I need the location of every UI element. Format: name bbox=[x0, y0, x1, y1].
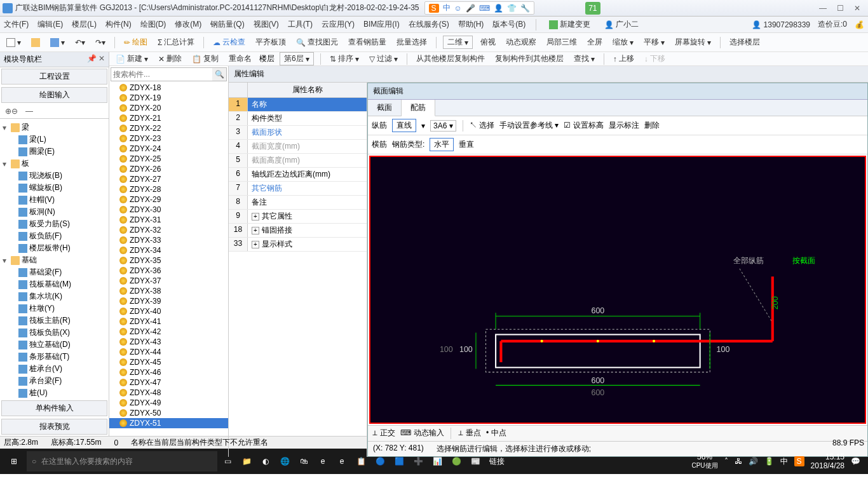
list-item[interactable]: ZDYX-19 bbox=[109, 93, 228, 103]
menu-file[interactable]: 文件(F) bbox=[4, 19, 29, 30]
list-item[interactable]: ZDYX-35 bbox=[109, 255, 228, 266]
move-down-button[interactable]: ↓下移 bbox=[642, 52, 668, 65]
move-up-button[interactable]: ↑上移 bbox=[611, 52, 637, 65]
tree-item[interactable]: 板洞(N) bbox=[1, 206, 107, 218]
show-dim-button[interactable]: 显示标注 bbox=[609, 120, 639, 131]
ortho-button[interactable]: ⊥ 正交 bbox=[372, 428, 395, 438]
new-change-button[interactable]: 新建变更 bbox=[546, 18, 593, 31]
store-icon[interactable]: 🛍 bbox=[295, 451, 313, 471]
app-icon-4[interactable]: 🟦 bbox=[390, 451, 408, 471]
ime-lang[interactable]: 中 bbox=[443, 3, 451, 13]
list-item[interactable]: ZDYX-38 bbox=[109, 286, 228, 296]
menu-version[interactable]: 版本号(B) bbox=[492, 19, 526, 30]
dyn-input-button[interactable]: ⌨ 动态输入 bbox=[400, 428, 444, 438]
menu-tools[interactable]: 工具(T) bbox=[288, 19, 313, 30]
tree-item[interactable]: 圈梁(E) bbox=[1, 146, 107, 158]
list-item[interactable]: ZDYX-41 bbox=[109, 316, 228, 327]
property-row[interactable]: 3截面形状 bbox=[229, 126, 367, 140]
copy-to-button[interactable]: 复制构件到其他楼层 bbox=[492, 52, 566, 65]
list-item[interactable]: ZDYX-43 bbox=[109, 337, 228, 347]
pin-icon[interactable]: 📌 ✕ bbox=[87, 54, 105, 65]
property-row[interactable]: 7其它钢筋 bbox=[229, 182, 367, 196]
edge-icon[interactable]: 🌐 bbox=[276, 451, 294, 471]
menu-bim[interactable]: BIM应用(I) bbox=[363, 19, 400, 30]
tree-item[interactable]: ▾板 bbox=[1, 158, 107, 170]
list-item[interactable]: ZDYX-23 bbox=[109, 133, 228, 144]
property-row[interactable]: 6轴线距左边线距离(mm) bbox=[229, 168, 367, 182]
list-item[interactable]: ZDYX-50 bbox=[109, 408, 228, 418]
property-row[interactable]: 4截面宽度(mm) bbox=[229, 140, 367, 154]
edge2-icon[interactable]: e bbox=[314, 451, 332, 471]
find-elem-button[interactable]: 🔍 查找图元 bbox=[294, 36, 341, 49]
find-comp-button[interactable]: 查找 ▾ bbox=[571, 52, 597, 65]
top-view-button[interactable]: 俯视 bbox=[478, 36, 498, 49]
menu-edit[interactable]: 编辑(E) bbox=[37, 19, 63, 30]
list-item[interactable]: ZDYX-42 bbox=[109, 327, 228, 337]
orbit-button[interactable]: 动态观察 bbox=[503, 36, 539, 49]
list-item[interactable]: ZDYX-26 bbox=[109, 164, 228, 174]
cpu-meter[interactable]: 56%CPU使用 bbox=[691, 453, 717, 470]
tree-item[interactable]: 梁(L) bbox=[1, 133, 107, 146]
delete-button[interactable]: ✕删除 bbox=[156, 52, 184, 65]
list-item[interactable]: ZDYX-31 bbox=[109, 215, 228, 225]
tree-item[interactable]: 楼层板带(H) bbox=[1, 242, 107, 254]
select-floor-button[interactable]: 选择楼层 bbox=[727, 36, 763, 49]
menu-floor[interactable]: 楼层(L) bbox=[72, 19, 97, 30]
list-item[interactable]: ZDYX-48 bbox=[109, 388, 228, 398]
sort-button[interactable]: ⇅排序 ▾ bbox=[327, 52, 362, 65]
list-item[interactable]: ZDYX-30 bbox=[109, 205, 228, 215]
report-preview-button[interactable]: 报表预览 bbox=[1, 419, 107, 435]
sogou-tray-icon[interactable]: S bbox=[794, 456, 804, 466]
tree-item[interactable]: 基础梁(F) bbox=[1, 266, 107, 278]
vert-button[interactable]: 垂直 bbox=[459, 139, 474, 150]
menu-draw[interactable]: 绘图(D) bbox=[140, 19, 166, 30]
tree-item[interactable]: 现浇板(B) bbox=[1, 170, 107, 182]
maximize-button[interactable]: ☐ bbox=[837, 4, 844, 13]
list-item[interactable]: ZDYX-46 bbox=[109, 367, 228, 377]
badge-71[interactable]: 71 bbox=[585, 2, 600, 15]
list-item[interactable]: ZDYX-27 bbox=[109, 174, 228, 184]
list-item[interactable]: ZDYX-29 bbox=[109, 194, 228, 205]
list-item[interactable]: ZDYX-20 bbox=[109, 103, 228, 113]
tree-item[interactable]: 柱帽(V) bbox=[1, 194, 107, 206]
tree-item[interactable]: 桩(U) bbox=[1, 387, 107, 399]
line-type-select[interactable]: 直线 bbox=[392, 119, 416, 132]
nav-tab-2[interactable]: — bbox=[22, 105, 37, 117]
sum-button[interactable]: Σ 汇总计算 bbox=[155, 36, 197, 49]
list-item[interactable]: ZDYX-24 bbox=[109, 144, 228, 154]
property-row[interactable]: 2构件类型 bbox=[229, 112, 367, 126]
network-icon[interactable]: 🖧 bbox=[735, 457, 742, 466]
new-file-button[interactable]: ▾ bbox=[4, 37, 24, 48]
ie-icon[interactable]: e bbox=[333, 451, 351, 471]
tab-section[interactable]: 截面 bbox=[368, 100, 402, 116]
explorer-icon[interactable]: 📁 bbox=[238, 451, 255, 471]
rename-button[interactable]: 重命名 bbox=[226, 52, 254, 65]
menu-view[interactable]: 视图(V) bbox=[254, 19, 279, 30]
app-icon-5[interactable]: ➕ bbox=[409, 451, 427, 471]
redo-button[interactable]: ↷▾ bbox=[93, 37, 108, 48]
app-icon-7[interactable]: 🟢 bbox=[447, 451, 465, 471]
tree-item[interactable]: 板受力筋(S) bbox=[1, 218, 107, 230]
tree-item[interactable]: 板负筋(F) bbox=[1, 230, 107, 242]
property-row[interactable]: 5截面高度(mm) bbox=[229, 154, 367, 168]
ime-tray[interactable]: 中 bbox=[780, 456, 788, 467]
link-label[interactable]: 链接 bbox=[489, 456, 505, 467]
property-row[interactable]: 8备注 bbox=[229, 196, 367, 210]
new-comp-button[interactable]: 📄新建 ▾ bbox=[113, 52, 151, 65]
copy-from-button[interactable]: 从其他楼层复制构件 bbox=[414, 52, 487, 65]
app-icon-1[interactable]: ◐ bbox=[257, 451, 275, 471]
property-row[interactable]: 9+其它属性 bbox=[229, 210, 367, 224]
tray-up-icon[interactable]: ˄ bbox=[724, 457, 728, 466]
manual-ref-button[interactable]: 手动设置参考线 ▾ bbox=[499, 120, 559, 131]
pan-button[interactable]: 平移 ▾ bbox=[641, 36, 667, 49]
action-center-icon[interactable]: 💬 bbox=[851, 457, 860, 466]
list-item[interactable]: ZDYX-28 bbox=[109, 184, 228, 194]
menu-modify[interactable]: 修改(M) bbox=[175, 19, 201, 30]
close-button[interactable]: ✕ bbox=[854, 4, 860, 13]
filter-button[interactable]: ▽过滤 ▾ bbox=[367, 52, 400, 65]
taskbar-search[interactable]: ○ 在这里输入你要搜索的内容 bbox=[27, 451, 217, 471]
list-item[interactable]: ZDYX-34 bbox=[109, 245, 228, 255]
nav-tab-1[interactable]: ⊕⊖ bbox=[1, 105, 22, 117]
nav-tree[interactable]: ▾梁梁(L)圈梁(E)▾板现浇板(B)螺旋板(B)柱帽(V)板洞(N)板受力筋(… bbox=[0, 119, 109, 399]
ime-i2[interactable]: ⌨ bbox=[479, 4, 490, 13]
